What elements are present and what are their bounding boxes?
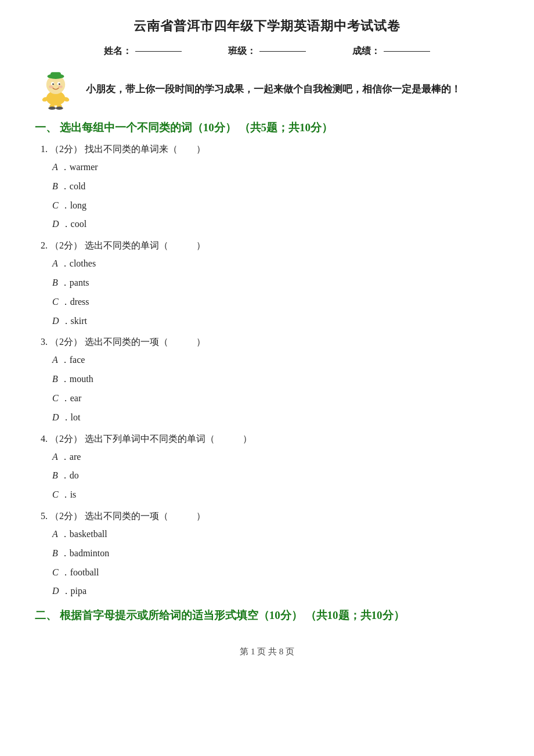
svg-point-6 <box>52 84 54 85</box>
class-field: 班级： <box>228 45 306 57</box>
mascot-icon <box>35 68 77 110</box>
question-3-option-a: A ．face <box>52 352 499 369</box>
name-label: 姓名： <box>104 45 132 57</box>
svg-point-9 <box>59 85 63 88</box>
question-1-option-a: A ．warmer <box>52 159 499 176</box>
question-2-option-a: A ．clothes <box>52 255 499 272</box>
question-5: 5. （2分） 选出不同类的一项（ ）A ．basketballB ．badmi… <box>41 510 499 600</box>
question-3-title: 3. （2分） 选出不同类的一项（ ） <box>41 336 499 348</box>
class-label: 班级： <box>228 45 256 57</box>
question-4-option-b: B ．do <box>52 467 499 484</box>
question-1-option-b: B ．cold <box>52 178 499 195</box>
score-field: 成绩： <box>352 45 430 57</box>
svg-point-15 <box>56 107 63 110</box>
name-underline <box>135 51 182 52</box>
name-field: 姓名： <box>104 45 182 57</box>
question-3-option-c: C ．ear <box>52 390 499 407</box>
svg-point-14 <box>48 107 56 110</box>
question-5-title: 5. （2分） 选出不同类的一项（ ） <box>41 510 499 523</box>
page-title: 云南省普洱市四年级下学期英语期中考试试卷 <box>35 17 499 35</box>
svg-rect-3 <box>50 72 61 77</box>
question-3: 3. （2分） 选出不同类的一项（ ）A ．faceB ．mouthC ．ear… <box>41 336 499 426</box>
question-4-title: 4. （2分） 选出下列单词中不同类的单词（ ） <box>41 433 499 445</box>
question-1: 1. （2分） 找出不同类的单词来（ ）A ．warmerB ．coldC ．l… <box>41 143 499 233</box>
question-5-option-a: A ．basketball <box>52 526 499 543</box>
question-2-option-c: C ．dress <box>52 294 499 311</box>
question-3-option-d: D ．lot <box>52 409 499 426</box>
question-2-option-d: D ．skirt <box>52 313 499 330</box>
question-4: 4. （2分） 选出下列单词中不同类的单词（ ）A ．areB ．doC ．is <box>41 433 499 503</box>
info-row: 姓名： 班级： 成绩： <box>35 45 499 57</box>
question-4-option-c: C ．is <box>52 487 499 503</box>
section1-header: 一、 选出每组中一个不同类的词（10分） （共5题；共10分） <box>35 120 499 135</box>
mascot-text: 小朋友，带上你一段时间的学习成果，一起来做个自我检测吧，相信你一定是最棒的！ <box>86 82 461 96</box>
question-1-option-c: C ．long <box>52 197 499 214</box>
question-1-title: 1. （2分） 找出不同类的单词来（ ） <box>41 143 499 156</box>
question-1-option-d: D ．cool <box>52 216 499 233</box>
page-footer: 第 1 页 共 8 页 <box>35 646 499 657</box>
question-5-option-c: C ．football <box>52 564 499 581</box>
question-5-option-b: B ．badminton <box>52 545 499 562</box>
question-2-option-b: B ．pants <box>52 275 499 291</box>
svg-point-7 <box>59 84 60 85</box>
question-4-option-a: A ．are <box>52 449 499 466</box>
question-2: 2. （2分） 选出不同类的单词（ ）A ．clothesB ．pantsC ．… <box>41 240 499 329</box>
question-2-title: 2. （2分） 选出不同类的单词（ ） <box>41 240 499 252</box>
score-underline <box>384 51 430 52</box>
svg-point-8 <box>49 85 53 88</box>
class-underline <box>259 51 306 52</box>
question-3-option-b: B ．mouth <box>52 371 499 388</box>
section2-header: 二、 根据首字母提示或所给词的适当形式填空（10分） （共10题；共10分） <box>35 608 499 623</box>
score-label: 成绩： <box>352 45 380 57</box>
question-5-option-d: D ．pipa <box>52 583 499 600</box>
questions-container: 1. （2分） 找出不同类的单词来（ ）A ．warmerB ．coldC ．l… <box>35 143 499 600</box>
mascot-row: 小朋友，带上你一段时间的学习成果，一起来做个自我检测吧，相信你一定是最棒的！ <box>35 68 499 110</box>
